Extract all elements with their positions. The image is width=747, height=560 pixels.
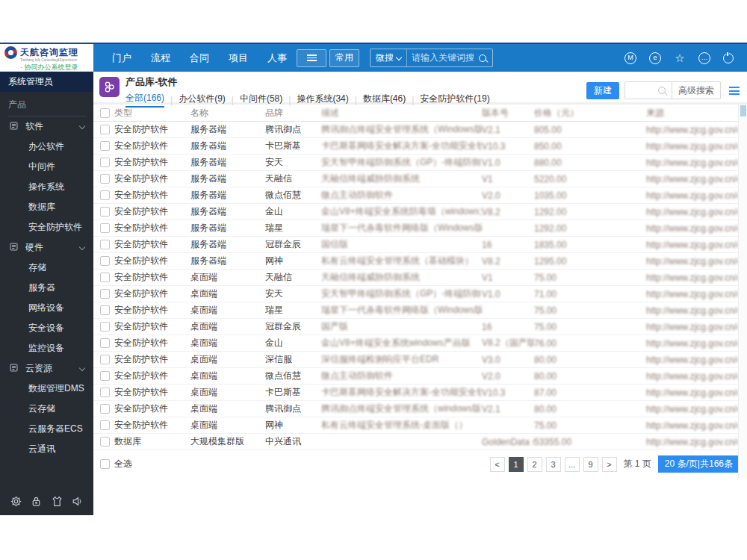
nav-item-2[interactable]: 合同 (183, 49, 216, 68)
page-button-3[interactable]: 3 (546, 457, 561, 472)
sidebar-item-安全设备[interactable]: 安全设备 (0, 318, 93, 338)
settings-icon[interactable] (10, 495, 22, 508)
sidebar-item-服务器[interactable]: 服务器 (0, 278, 93, 298)
more-options-icon[interactable]: … (698, 52, 710, 64)
row-checkbox[interactable] (100, 158, 110, 167)
page-button-9[interactable]: 9 (583, 457, 598, 472)
tab-数据库(46)[interactable]: 数据库(46) (363, 93, 406, 107)
message-icon[interactable]: e (649, 52, 661, 64)
sidebar-item-数据管理DMS[interactable]: 数据管理DMS (0, 379, 93, 399)
nav-item-4[interactable]: 人事 (261, 49, 294, 68)
sidebar-item-存储[interactable]: 存储 (0, 258, 93, 278)
prev-page-button[interactable]: < (490, 457, 505, 472)
tab-全部(166)[interactable]: 全部(166) (125, 92, 164, 108)
lock-icon[interactable] (30, 495, 43, 508)
cell-source[interactable]: http://www.zjcg.gov.cn/djg/ (646, 305, 738, 316)
cell-source[interactable]: http://www.zjcg.gov.cn/djg/ (646, 338, 738, 349)
tab-安全防护软件(19)[interactable]: 安全防护软件(19) (420, 93, 489, 107)
sidebar-item-数据库[interactable]: 数据库 (0, 197, 93, 217)
row-checkbox[interactable] (100, 273, 110, 282)
row-checkbox[interactable] (100, 223, 110, 233)
row-checkbox[interactable] (100, 322, 110, 332)
sidebar-item-云通讯[interactable]: 云通讯 (0, 439, 93, 459)
search-scope-dropdown[interactable]: 微搜 (371, 49, 407, 66)
list-view-icon[interactable] (729, 87, 740, 95)
table-search-input[interactable] (625, 82, 672, 99)
cell-version: V1 (482, 273, 534, 283)
cell-source[interactable]: http://www.zjcg.gov.cn/djg/ (646, 322, 738, 332)
tab-中间件(58)[interactable]: 中间件(58) (240, 93, 282, 107)
sidebar-item-监控设备[interactable]: 监控设备 (0, 338, 93, 358)
next-page-button[interactable]: > (602, 457, 617, 472)
cell-source[interactable]: http://www.zjcg.gov.cn/djg/ (646, 371, 738, 382)
new-button[interactable]: 新建 (586, 82, 619, 99)
theme-icon[interactable] (51, 495, 63, 508)
advanced-search-button[interactable]: 高级搜索 (672, 82, 720, 99)
nav-item-1[interactable]: 流程 (144, 49, 177, 68)
cell-source[interactable]: http://www.zjcg.gov.cn/djg/ (646, 420, 738, 431)
sidebar-item-网络设备[interactable]: 网络设备 (0, 298, 93, 318)
cell-source[interactable]: http://www.zjcg.gov.cn/djg/ (646, 174, 738, 184)
nav-menu-button[interactable] (297, 49, 326, 67)
cell-source[interactable]: http://www.zjcg.gov.cn/djg/ (646, 273, 738, 283)
sidebar-item-中间件[interactable]: 中间件 (0, 157, 93, 177)
cell-source[interactable]: http://www.zjcg.gov.cn/djg/ (646, 207, 738, 217)
nav-item-3[interactable]: 项目 (222, 49, 255, 68)
page-size-info[interactable]: 20 条/页|共166条 (658, 455, 740, 473)
row-checkbox[interactable] (100, 240, 110, 249)
row-checkbox[interactable] (100, 338, 110, 348)
favorite-star-icon[interactable]: ☆ (674, 52, 686, 64)
row-checkbox[interactable] (100, 125, 110, 134)
row-checkbox[interactable] (100, 388, 110, 397)
row-checkbox[interactable] (100, 420, 110, 430)
m-badge-icon[interactable]: M (624, 52, 636, 64)
scrollbar-thumb[interactable] (740, 105, 746, 116)
search-icon[interactable] (479, 55, 486, 62)
sidebar-group-硬件[interactable]: 硬件 (0, 237, 93, 258)
header-checkbox[interactable] (100, 108, 110, 118)
tab-办公软件(9)[interactable]: 办公软件(9) (179, 93, 226, 107)
cell-brand: 金山 (265, 337, 321, 349)
cell-source[interactable]: http://www.zjcg.gov.cn/djg/ (646, 355, 738, 365)
page-button-2[interactable]: 2 (527, 457, 542, 472)
sidebar-group-软件[interactable]: 软件 (0, 116, 93, 137)
cell-source[interactable]: http://www.zjcg.gov.cn/djg/ (646, 223, 738, 234)
sidebar-item-安全防护软件[interactable]: 安全防护软件 (0, 217, 93, 237)
nav-pinned-tab[interactable]: 常用 (329, 49, 359, 67)
row-checkbox[interactable] (100, 355, 110, 364)
row-checkbox[interactable] (100, 404, 110, 414)
cell-source[interactable]: http://www.zjcg.gov.cn/djg/ (646, 125, 738, 135)
row-checkbox[interactable] (100, 174, 110, 184)
sidebar-group-云资源[interactable]: 云资源 (0, 358, 93, 379)
tab-操作系统(34)[interactable]: 操作系统(34) (297, 93, 348, 107)
cell-source[interactable]: http://www.zjcg.gov.cn/djg/ (646, 256, 738, 267)
cell-source[interactable]: http://www.zjcg.gov.cn/djg/ (646, 158, 738, 168)
nav-item-0[interactable]: 门户 (105, 49, 138, 68)
select-all-checkbox[interactable] (100, 459, 110, 469)
row-checkbox[interactable] (100, 207, 110, 217)
cell-source[interactable]: http://www.zjcg.gov.cn/djg/ (646, 141, 738, 152)
row-checkbox[interactable] (100, 190, 110, 200)
sidebar-item-云存储[interactable]: 云存储 (0, 399, 93, 419)
cell-source[interactable]: http://www.zjcg.gov.cn/djg/ (646, 388, 738, 398)
vertical-scrollbar[interactable] (738, 105, 747, 478)
sound-icon[interactable] (71, 495, 84, 508)
row-checkbox[interactable] (100, 305, 110, 315)
sidebar-item-云服务器ECS[interactable]: 云服务器ECS (0, 419, 93, 439)
cell-source[interactable]: http://www.zjcg.gov.cn/djg/ (646, 289, 738, 299)
page-button-1[interactable]: 1 (509, 457, 524, 472)
cell-source[interactable]: http://www.zjcg.gov.cn/djg/ (646, 404, 738, 414)
page-button-...[interactable]: ... (565, 457, 580, 472)
row-checkbox[interactable] (100, 371, 110, 381)
cell-source[interactable]: http://www.zjcg.gov.cn/djg/ (646, 190, 738, 201)
row-checkbox[interactable] (100, 256, 110, 266)
cell-source[interactable]: http://www.zjcg.gov.cn/djg/ (646, 240, 738, 250)
row-checkbox[interactable] (100, 141, 110, 151)
power-icon[interactable] (723, 53, 734, 63)
search-input[interactable]: 请输入关键词搜 (407, 52, 479, 64)
cell-source[interactable]: http://www.zjcg.gov.cn/djg/ (646, 437, 738, 447)
sidebar-item-办公软件[interactable]: 办公软件 (0, 137, 93, 157)
row-checkbox[interactable] (100, 289, 110, 299)
sidebar-item-操作系统[interactable]: 操作系统 (0, 177, 93, 197)
row-checkbox[interactable] (100, 437, 110, 447)
